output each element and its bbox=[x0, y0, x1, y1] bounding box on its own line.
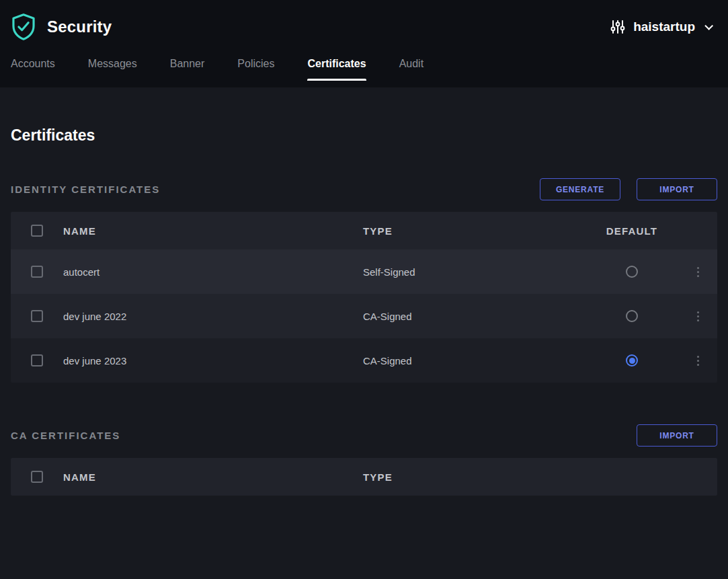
select-all-checkbox[interactable] bbox=[31, 471, 43, 483]
brand: Security bbox=[11, 13, 112, 41]
account-name: haistartup bbox=[633, 20, 695, 34]
row-checkbox[interactable] bbox=[31, 354, 43, 366]
select-all-checkbox[interactable] bbox=[31, 225, 43, 237]
identity-certificates-table: NAME TYPE DEFAULT autocert Self-Signed d… bbox=[11, 212, 717, 383]
ca-certificates-table: NAME TYPE bbox=[11, 458, 717, 496]
sliders-icon bbox=[610, 20, 625, 34]
security-app: Security haistartup Accounts bbox=[0, 0, 728, 496]
page-title: Certificates bbox=[11, 126, 717, 145]
cert-type: CA-Signed bbox=[363, 355, 585, 366]
header: Security haistartup Accounts bbox=[0, 0, 728, 87]
default-radio[interactable] bbox=[626, 266, 638, 278]
ca-table-header: NAME TYPE bbox=[11, 458, 717, 496]
import-identity-button[interactable]: IMPORT bbox=[637, 178, 717, 200]
tab-bar: Accounts Messages Banner Policies Certif… bbox=[0, 54, 728, 87]
identity-section-header: IDENTITY CERTIFICATES GENERATE IMPORT bbox=[11, 178, 717, 200]
row-checkbox[interactable] bbox=[31, 266, 43, 278]
tab-audit[interactable]: Audit bbox=[399, 54, 423, 81]
tab-banner[interactable]: Banner bbox=[170, 54, 205, 81]
table-row: dev june 2023 CA-Signed bbox=[11, 338, 717, 383]
column-header-name: NAME bbox=[63, 225, 363, 237]
cert-name: autocert bbox=[63, 266, 363, 278]
shield-check-icon bbox=[11, 13, 36, 41]
column-header-type: TYPE bbox=[363, 225, 585, 237]
column-header-default: DEFAULT bbox=[585, 225, 679, 237]
topbar: Security haistartup bbox=[0, 0, 728, 54]
tab-messages[interactable]: Messages bbox=[88, 54, 137, 81]
ca-section-header: CA CERTIFICATES IMPORT bbox=[11, 424, 717, 447]
ca-section-actions: IMPORT bbox=[637, 424, 717, 447]
cert-type: CA-Signed bbox=[363, 311, 585, 322]
cert-name: dev june 2022 bbox=[63, 311, 363, 322]
app-title: Security bbox=[47, 17, 112, 36]
tab-accounts[interactable]: Accounts bbox=[11, 54, 55, 81]
ca-section-title: CA CERTIFICATES bbox=[11, 430, 120, 441]
row-menu-kebab-icon[interactable] bbox=[694, 309, 702, 324]
tab-certificates[interactable]: Certificates bbox=[307, 54, 366, 81]
tab-policies[interactable]: Policies bbox=[237, 54, 274, 81]
table-row: autocert Self-Signed bbox=[11, 249, 717, 294]
column-header-name: NAME bbox=[63, 471, 363, 483]
chevron-down-icon bbox=[704, 22, 713, 30]
main-content: Certificates IDENTITY CERTIFICATES GENER… bbox=[0, 126, 728, 496]
cert-type: Self-Signed bbox=[363, 266, 585, 278]
cert-name: dev june 2023 bbox=[63, 355, 363, 366]
import-ca-button[interactable]: IMPORT bbox=[637, 424, 717, 447]
default-radio[interactable] bbox=[626, 310, 638, 322]
account-menu[interactable]: haistartup bbox=[610, 20, 711, 34]
identity-section-actions: GENERATE IMPORT bbox=[540, 178, 717, 200]
generate-button[interactable]: GENERATE bbox=[540, 178, 620, 200]
identity-section-title: IDENTITY CERTIFICATES bbox=[11, 184, 160, 195]
row-menu-kebab-icon[interactable] bbox=[694, 264, 702, 280]
default-radio[interactable] bbox=[626, 354, 638, 366]
table-row: dev june 2022 CA-Signed bbox=[11, 294, 717, 338]
identity-table-header: NAME TYPE DEFAULT bbox=[11, 212, 717, 249]
row-checkbox[interactable] bbox=[31, 310, 43, 322]
column-header-type: TYPE bbox=[363, 471, 585, 483]
row-menu-kebab-icon[interactable] bbox=[694, 353, 702, 369]
